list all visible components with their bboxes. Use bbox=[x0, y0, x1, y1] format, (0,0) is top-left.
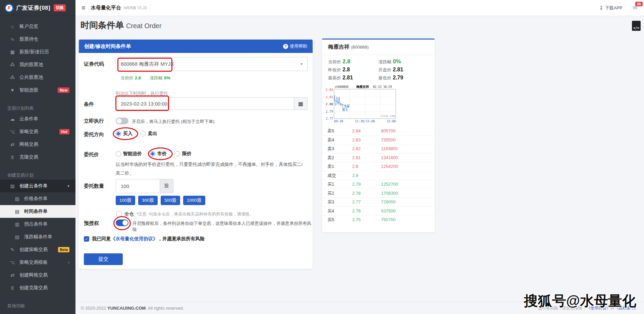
sidebar-item-account-overview[interactable]: ⌂账户总览 bbox=[0, 20, 75, 33]
switch-account-badge[interactable]: 切换 bbox=[54, 4, 66, 11]
quantity-quick-buttons: 100股 300股 500股 1000股 bbox=[116, 196, 205, 205]
sidebar-item-create-clone-trading[interactable]: ⧖创建克隆交易 bbox=[0, 281, 75, 294]
sidebar-item-strategy-trading[interactable]: ⌥策略交易Hot bbox=[0, 125, 75, 138]
brand-area: F 广发证券[08] 切换 bbox=[0, 0, 75, 16]
full-position-label: 全仓 bbox=[124, 211, 134, 217]
beta-badge: Beta bbox=[58, 247, 69, 252]
sidebar-item-price-condition-order[interactable]: ▨价格条件单 bbox=[0, 192, 75, 205]
sidebar-item-create-grid-trading[interactable]: ⇄创建网格交易 bbox=[0, 269, 75, 281]
svg-text:09:30: 09:30 bbox=[334, 120, 343, 123]
chart-line-icon: ∿ bbox=[9, 37, 15, 42]
price-type-market-radio[interactable]: 市价 bbox=[150, 151, 167, 157]
platform-title: 水母量化平台 bbox=[91, 5, 121, 11]
qty-1000-button[interactable]: 1000股 bbox=[183, 196, 205, 205]
quantity-input[interactable]: 100 bbox=[116, 179, 160, 193]
security-price-line: 当前价2.8涨跌幅0% bbox=[120, 75, 179, 81]
shuffle-icon: ⇄ bbox=[9, 272, 15, 278]
last-deal-row: 成交2.8 bbox=[322, 171, 435, 180]
stock-code: (600868) bbox=[351, 45, 369, 50]
svg-text:02-23 10:29: 02-23 10:29 bbox=[373, 85, 392, 88]
svg-text:2.77: 2.77 bbox=[326, 117, 333, 120]
order-book: 卖52.84805700 卖42.83735500 卖32.821193800 … bbox=[322, 127, 435, 224]
calendar-button[interactable]: ▦ bbox=[294, 97, 308, 110]
price-type-smart-radio[interactable]: 智能追价 bbox=[116, 151, 142, 157]
quantity-unit: 股 bbox=[160, 179, 173, 193]
sidebar-item-create-cloud-condition-order[interactable]: ▤创建云条件单▾ bbox=[0, 180, 75, 192]
app-root: F 广发证券[08] 切换 ⌂账户总览 ∿股票持仓 ▦新股/新债日历 ⁂我的股票… bbox=[0, 0, 644, 314]
sell-2-row: 卖22.811341600 bbox=[322, 153, 435, 163]
radio-icon bbox=[175, 151, 180, 156]
full-position-note: *注意: 勾选全仓后，将卖出相关品种持有的所有份额，请谨慎。 bbox=[137, 211, 254, 217]
download-icon: ↧ bbox=[599, 5, 603, 11]
submit-button[interactable]: 提交 bbox=[84, 253, 123, 265]
sidebar-section-create-trade-plan: 创建交易计划 bbox=[0, 171, 75, 180]
price-type-options: 智能追价 市价 限价 bbox=[116, 151, 192, 157]
cloud-icon: ☁ bbox=[9, 116, 15, 122]
sidebar-item-smart-stock-picker[interactable]: ▼智能选股New bbox=[0, 84, 75, 97]
sidebar-item-grid-trading[interactable]: ⇄网格交易 bbox=[0, 138, 75, 151]
quote-title: 梅雁吉祥 (600868) bbox=[322, 40, 435, 55]
watermark: 搜狐号@水母量化 bbox=[524, 292, 636, 310]
svg-text:sina.com: sina.com bbox=[381, 114, 395, 118]
preauth-toggle[interactable] bbox=[116, 219, 128, 226]
immediate-toggle[interactable] bbox=[116, 118, 128, 124]
security-code-select[interactable]: 600868 梅雁吉祥 MYJX ▾ bbox=[116, 57, 308, 71]
sidebar-item-turning-point-condition-order[interactable]: ▥拐点条件单 bbox=[0, 218, 75, 231]
price-type-limit-radio[interactable]: 限价 bbox=[175, 151, 192, 157]
quote-panel: 梅雁吉祥 (600868) 当前价2.8 涨跌幅0% 昨收价2.8 开盘价2.8… bbox=[322, 39, 435, 232]
qty-500-button[interactable]: 500股 bbox=[161, 196, 180, 205]
sidebar-item-change-percent-condition-order[interactable]: ▤涨跌幅条件单 bbox=[0, 231, 75, 243]
svg-text:sh600868: sh600868 bbox=[335, 85, 348, 88]
file-icon: ▤ bbox=[9, 183, 15, 189]
sidebar-item-create-strategy-trading[interactable]: ✎创建策略交易Beta bbox=[0, 243, 75, 256]
strategy-icon: ⌥ bbox=[9, 260, 15, 265]
buy-4-row: 买42.76537500 bbox=[322, 207, 435, 216]
condition-hint: 到达以下时间时，执行委托 bbox=[116, 90, 168, 97]
direction-sell-radio[interactable]: 卖出 bbox=[141, 131, 157, 137]
direction-label: 委托方向 bbox=[84, 131, 104, 138]
strategy-icon: ⌥ bbox=[9, 129, 15, 134]
quantity-label: 委托数量 bbox=[84, 183, 104, 189]
sidebar-item-cloud-condition-order[interactable]: ☁云条件单 bbox=[0, 113, 75, 125]
menu-icon[interactable]: ≡ bbox=[82, 4, 86, 12]
hourglass-icon: ⧖ bbox=[9, 154, 15, 160]
code-widget-button[interactable]: </> bbox=[632, 21, 641, 31]
buy-1-row: 买12.791252700 bbox=[322, 180, 435, 189]
stock-name: 梅雁吉祥 bbox=[328, 44, 350, 51]
sidebar-item-strategy-template[interactable]: ⌥策略交易模板‹ bbox=[0, 256, 75, 269]
full-position-checkbox[interactable] bbox=[116, 211, 122, 217]
messages-button[interactable]: ✉35 bbox=[633, 4, 637, 11]
condition-time-input[interactable]: 2023-02-23 13:00:00 bbox=[116, 97, 294, 110]
download-app-button[interactable]: ↧下载APP bbox=[599, 5, 623, 11]
sidebar-item-clone-trading[interactable]: ⧖克隆交易 bbox=[0, 151, 75, 164]
stat-open: 开盘价2.81 bbox=[378, 67, 429, 73]
direction-buy-radio[interactable]: 买入 bbox=[116, 131, 132, 137]
sidebar-nav: ⌂账户总览 ∿股票持仓 ▦新股/新债日历 ⁂我的股票池 ⁂公共股票池 ▼智能选股… bbox=[0, 16, 75, 310]
condition-time-group: 2023-02-23 13:00:00 ▦ bbox=[116, 97, 308, 110]
radio-icon bbox=[116, 151, 121, 156]
pool-icon: ⁂ bbox=[9, 75, 15, 80]
buy-2-row: 买22.781708300 bbox=[322, 189, 435, 198]
sidebar-item-my-stock-pool[interactable]: ⁂我的股票池 bbox=[0, 58, 75, 71]
svg-text:2.80: 2.80 bbox=[326, 103, 333, 106]
qty-300-button[interactable]: 300股 bbox=[138, 196, 158, 205]
preauth-label: 预授权 bbox=[84, 220, 99, 227]
question-icon: ? bbox=[283, 44, 288, 49]
agreement-link[interactable]: 《水母量化使用协议》 bbox=[111, 236, 158, 241]
svg-text:梅雁吉祥: 梅雁吉祥 bbox=[356, 85, 369, 88]
agreement-checkbox[interactable]: ✓ bbox=[84, 236, 89, 242]
pool-icon: ⁂ bbox=[9, 62, 15, 67]
sidebar-item-time-condition-order[interactable]: ▤时间条件单 bbox=[0, 205, 75, 218]
sidebar-item-ipo-calendar[interactable]: ▦新股/新债日历 bbox=[0, 46, 75, 58]
sidebar-item-public-stock-pool[interactable]: ⁂公共股票池 bbox=[0, 71, 75, 84]
shuffle-icon: ⇄ bbox=[9, 142, 15, 147]
file-lines-icon: ▤ bbox=[14, 234, 20, 240]
condition-label: 条件 bbox=[84, 101, 94, 108]
file-chart-icon: ▨ bbox=[14, 196, 20, 201]
cloud-order-submenu: ▨价格条件单 ▤时间条件单 ▥拐点条件单 ▤涨跌幅条件单 bbox=[0, 192, 75, 243]
sell-5-row: 卖52.84805700 bbox=[322, 127, 435, 136]
help-button[interactable]: ?使用帮助 bbox=[283, 43, 307, 49]
home-icon: ⌂ bbox=[9, 24, 15, 29]
sidebar-item-stock-positions[interactable]: ∿股票持仓 bbox=[0, 33, 75, 46]
qty-100-button[interactable]: 100股 bbox=[116, 196, 135, 205]
